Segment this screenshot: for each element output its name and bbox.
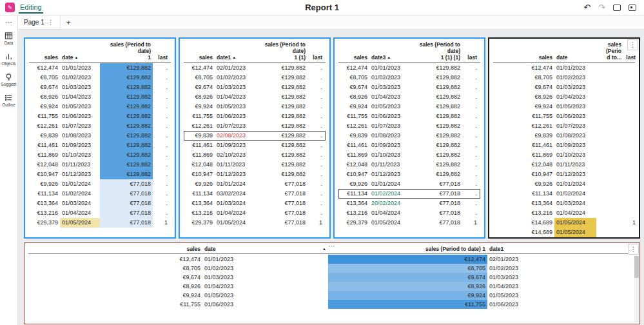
column-header-last[interactable]: last xyxy=(153,54,170,61)
table-cell[interactable]: €129,882 xyxy=(100,160,153,170)
table-cell[interactable]: €9,674 xyxy=(338,83,369,92)
table-cell[interactable]: 01/05/2024 xyxy=(554,218,596,228)
table-cell[interactable]: €9,674 xyxy=(184,83,215,92)
table-cell[interactable]: €77,018 xyxy=(409,218,462,228)
table-cell[interactable]: €77,018 xyxy=(409,199,462,208)
table-cell[interactable]: 01/02/2024 xyxy=(554,189,596,199)
table-cell[interactable]: 01/05/2024 xyxy=(554,228,596,237)
table-cell[interactable]: €11,869 xyxy=(184,150,215,160)
table-cell[interactable]: 01/05/2023 xyxy=(215,102,255,112)
table-row[interactable]: €11,86901/10/2023 xyxy=(493,150,635,160)
table-cell[interactable]: €11,461 xyxy=(338,141,369,150)
table-row[interactable]: €13,21601/04/2024€77,018. xyxy=(29,208,171,218)
table-row[interactable]: €8,70501/02/2023€129,882. xyxy=(338,73,480,83)
table-cell[interactable]: . xyxy=(462,102,479,112)
table-cell[interactable]: 01/06/2023 xyxy=(215,112,255,121)
table-cell[interactable]: €77,018 xyxy=(409,208,462,218)
table-cell[interactable]: . xyxy=(153,121,170,131)
table-row[interactable]: €11,86901/10/2023€129,882. xyxy=(338,150,480,160)
tab-page-1[interactable]: Page 1 ⋮ xyxy=(18,15,61,29)
table-cell[interactable]: €9,839 xyxy=(338,131,369,141)
table-cell[interactable]: 01/01/2023 xyxy=(554,63,596,73)
table-cell[interactable]: €77,018 xyxy=(409,179,462,189)
table-row[interactable]: €12,26101/07/2023€129,882. xyxy=(184,121,326,131)
table-cell[interactable]: . xyxy=(307,150,324,160)
table-cell[interactable]: . xyxy=(307,141,324,150)
table-cell[interactable]: €13,364 xyxy=(338,199,369,208)
table-cell[interactable]: . xyxy=(153,170,170,179)
table-cell[interactable]: . xyxy=(462,150,479,160)
table-cell[interactable]: 01/05/2024 xyxy=(60,218,100,228)
column-header-last[interactable]: last xyxy=(623,54,638,61)
table-cell[interactable]: . xyxy=(153,150,170,160)
table-cell[interactable]: €11,755 xyxy=(28,300,202,309)
table-row[interactable]: €9,92401/05/2023€129,882. xyxy=(29,102,171,112)
add-page-button[interactable]: + xyxy=(61,18,77,27)
table-cell[interactable]: 01/08/2023 xyxy=(554,131,596,141)
table-cell[interactable]: 01/12/2023 xyxy=(369,170,409,179)
table-cell[interactable]: €11,134 xyxy=(184,189,215,199)
table-cell[interactable]: €77,018 xyxy=(255,199,307,208)
table-cell[interactable] xyxy=(596,189,623,199)
table-row[interactable]: €8,92601/04/2023€8,92601/04/2023 xyxy=(28,282,636,291)
table-cell[interactable] xyxy=(623,121,638,131)
table-cell[interactable]: €77,018 xyxy=(100,179,153,189)
table-cell[interactable]: €129,882 xyxy=(100,170,153,179)
table-cell[interactable]: 01/02/2024 xyxy=(369,189,409,199)
table-cell[interactable]: 02/01/2023 xyxy=(215,63,255,73)
table-row[interactable]: €8,92601/04/2023 xyxy=(493,92,635,102)
table-cell[interactable]: €13,364 xyxy=(29,199,60,208)
table-row[interactable]: €9,67401/03/2023€129,882. xyxy=(338,83,480,92)
table-row[interactable]: €12,47401/01/2023€129,882. xyxy=(29,63,171,73)
table-cell[interactable]: 01/03/2023 xyxy=(60,83,100,92)
table-cell[interactable]: 01/04/2024 xyxy=(215,208,255,218)
table-cell[interactable]: €129,882 xyxy=(100,83,153,92)
table-row[interactable]: €9,92401/05/2023 xyxy=(493,102,635,112)
table-cell[interactable]: €12,261 xyxy=(29,121,60,131)
table-cell[interactable]: 03/02/2024 xyxy=(215,189,255,199)
table-row[interactable]: €13,36401/03/2024€77,018. xyxy=(29,199,171,208)
table-cell[interactable]: €129,882 xyxy=(255,131,307,141)
table-cell[interactable]: 01/04/2024 xyxy=(369,208,409,218)
undo-icon[interactable]: ↶ xyxy=(583,3,590,12)
table-row[interactable]: €11,13401/02/2024€77,018. xyxy=(338,189,480,199)
table-cell[interactable]: €12,048 xyxy=(338,160,369,170)
table-cell[interactable]: . xyxy=(153,208,170,218)
table-cell[interactable]: €11,755 xyxy=(493,112,554,121)
table-row[interactable]: €9,83901/08/2023€129,882. xyxy=(338,131,480,141)
table-cell[interactable] xyxy=(596,228,623,237)
drag-handle-icon[interactable]: ⋯ xyxy=(329,242,336,250)
table-cell[interactable]: 01/01/2024 xyxy=(215,179,255,189)
table-cell[interactable]: €129,882 xyxy=(255,141,307,150)
table-cell[interactable]: €11,755 xyxy=(338,112,369,121)
table-row[interactable]: €11,75501/06/2023 xyxy=(493,112,635,121)
table-cell[interactable] xyxy=(623,170,638,179)
table-cell[interactable]: €10,947 xyxy=(184,170,215,179)
column-header-sales[interactable]: sales xyxy=(29,54,60,61)
table-row[interactable]: €13,21601/04/2024 xyxy=(493,208,635,218)
column-header-sales-period-to-date[interactable]: sales (Period to date) 1 xyxy=(100,41,153,61)
table-cell[interactable]: 01/03/2023 xyxy=(369,83,409,92)
table-cell[interactable] xyxy=(623,189,638,199)
table-cell[interactable]: €9,674 xyxy=(493,83,554,92)
table-cell[interactable]: . xyxy=(462,73,479,83)
table-cell[interactable]: 1 xyxy=(623,218,638,228)
table-cell[interactable]: . xyxy=(462,170,479,179)
table-cell[interactable]: 01/06/2023 xyxy=(554,112,596,121)
table-cell[interactable] xyxy=(596,83,623,92)
table-row[interactable]: €9,83901/08/2023 xyxy=(493,131,635,141)
table-cell[interactable]: €14,689 xyxy=(493,218,554,228)
table-cell[interactable]: . xyxy=(153,141,170,150)
table-row[interactable]: €13,21601/04/2024€77,018. xyxy=(184,208,326,218)
table-cell[interactable]: 01/04/2023 xyxy=(554,92,596,102)
table-cell[interactable]: . xyxy=(462,131,479,141)
column-header-date[interactable]: date▲ xyxy=(60,54,100,61)
table-cell[interactable]: €11,461 xyxy=(184,141,215,150)
table-row[interactable]: €14,68901/05/20241 xyxy=(493,218,635,228)
table-cell[interactable] xyxy=(596,218,623,228)
table-visual-1[interactable]: salesdate▲sales (Period to date) 1last€1… xyxy=(24,37,176,239)
table-cell[interactable]: 01/05/2023 xyxy=(554,102,596,112)
table-cell[interactable]: €8,705 xyxy=(493,73,554,83)
table-cell[interactable]: . xyxy=(153,179,170,189)
table-cell[interactable]: . xyxy=(462,141,479,150)
